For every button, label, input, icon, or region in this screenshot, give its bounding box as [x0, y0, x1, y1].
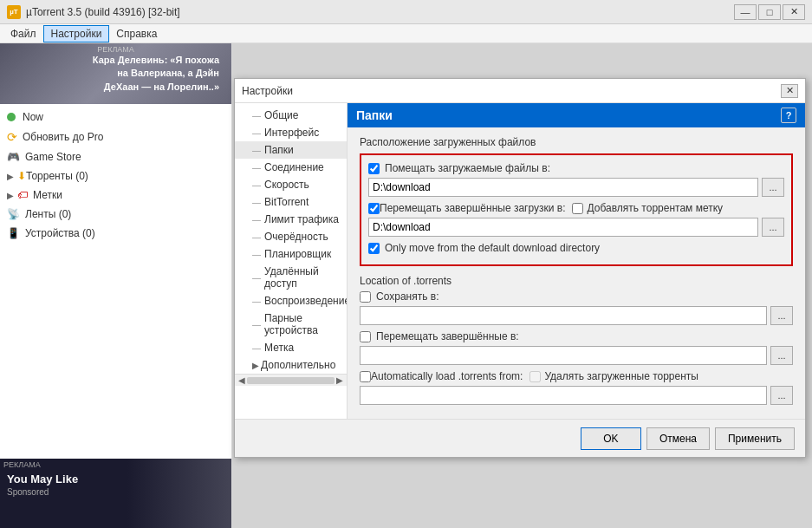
auto-load-label: Automatically load .torrents from:: [371, 370, 523, 382]
sidebar-item-labels[interactable]: ▶ 🏷 Метки: [0, 186, 231, 205]
sidebar-label-devices: Устройства (0): [25, 227, 95, 239]
tree-scrollbar: ◀ ▶: [235, 374, 347, 386]
dialog-body: — Общие — Интерфейс — Папки — Соединение…: [235, 103, 805, 419]
tree-item-speed[interactable]: — Скорость: [235, 176, 347, 193]
tree-item-paired[interactable]: — Парные устройства: [235, 310, 347, 339]
put-files-row: Помещать загружаемые файлы в:: [368, 162, 784, 174]
ad-bottom: РЕКЛАМА Пожаловаться на You May Like Spo…: [0, 459, 231, 528]
auto-load-row: Automatically load .torrents from: Удаля…: [360, 370, 793, 382]
tree-label-metka: Метка: [264, 342, 294, 354]
menu-bar: Файл Настройки Справка: [0, 24, 812, 43]
sidebar-item-torrents[interactable]: ▶ ⬇ Торренты (0): [0, 166, 231, 186]
menu-settings[interactable]: Настройки: [43, 25, 110, 42]
ok-button[interactable]: OK: [581, 427, 641, 450]
dialog-tree: — Общие — Интерфейс — Папки — Соединение…: [235, 103, 348, 419]
store-icon: 🎮: [7, 151, 20, 163]
download-path-input[interactable]: [368, 178, 758, 197]
tree-dash-metka: —: [252, 343, 261, 353]
tree-item-folders[interactable]: — Папки: [235, 141, 347, 159]
move-completed-checkbox[interactable]: [368, 203, 380, 214]
tree-label-connection: Соединение: [264, 161, 324, 173]
delete-loaded-row: Удалять загруженные торренты: [529, 370, 698, 382]
tree-label-remoteaccess: Удалённый доступ: [264, 265, 340, 290]
cancel-button[interactable]: Отмена: [646, 427, 710, 450]
tree-label-playback: Воспроизведение: [264, 295, 348, 307]
only-move-row: Only move from the default download dire…: [368, 242, 784, 254]
close-button[interactable]: ✕: [783, 4, 805, 20]
scroll-right-arrow[interactable]: ▶: [336, 375, 343, 385]
move-completed-torrents-row: Перемещать завершённые в:: [360, 330, 793, 342]
menu-file[interactable]: Файл: [3, 26, 43, 42]
auto-load-browse[interactable]: ...: [770, 386, 793, 405]
move-completed-torrents-checkbox[interactable]: [360, 331, 371, 342]
label-icon: 🏷: [17, 189, 28, 201]
sidebar-item-upgrade[interactable]: ⟳ Обновить до Pro: [0, 127, 231, 147]
save-in-row: Сохранять в:: [360, 290, 793, 303]
maximize-button[interactable]: □: [758, 4, 781, 20]
only-move-checkbox[interactable]: [368, 243, 380, 254]
sidebar-item-now[interactable]: Now: [0, 108, 231, 127]
save-in-label: Сохранять в:: [376, 290, 438, 303]
save-in-checkbox[interactable]: [360, 291, 371, 303]
torrents-location-label: Location of .torrents: [360, 275, 793, 287]
panel-header-title: Папки: [356, 108, 393, 122]
tree-item-trafficlimit[interactable]: — Лимит трафика: [235, 211, 347, 228]
tree-label-interface: Интерфейс: [264, 127, 319, 139]
title-bar-text: µTorrent 3.5 (build 43916) [32-bit]: [26, 6, 180, 18]
completed-path-input[interactable]: [368, 218, 758, 237]
tree-dash-remoteaccess: —: [252, 273, 261, 283]
settings-dialog: Настройки ✕ — Общие — Интерфейс — Папки: [234, 78, 806, 458]
title-bar-controls: — □ ✕: [734, 4, 805, 20]
sidebar-item-feeds[interactable]: 📡 Ленты (0): [0, 205, 231, 224]
sidebar-label-upgrade: Обновить до Pro: [23, 131, 103, 143]
add-label-text: Добавлять торрентам метку: [587, 202, 723, 214]
tree-item-scheduler[interactable]: — Планировщик: [235, 245, 347, 263]
scroll-thumb[interactable]: [247, 377, 335, 384]
tree-label-queue: Очерёдность: [264, 231, 328, 243]
tree-dash-general: —: [252, 111, 261, 121]
tree-item-queue[interactable]: — Очерёдность: [235, 228, 347, 245]
tree-label-scheduler: Планировщик: [264, 248, 331, 260]
sidebar-label-feeds: Ленты (0): [25, 208, 71, 220]
tree-item-general[interactable]: — Общие: [235, 107, 347, 124]
move-completed-torrents-browse[interactable]: ...: [770, 346, 793, 365]
panel-help-button[interactable]: ?: [781, 108, 796, 123]
ad-bottom-label: РЕКЛАМА: [3, 460, 41, 469]
sidebar-item-store[interactable]: 🎮 Game Store: [0, 147, 231, 166]
save-in-browse[interactable]: ...: [770, 306, 793, 325]
auto-load-input[interactable]: [360, 386, 767, 405]
tree-item-playback[interactable]: — Воспроизведение: [235, 292, 347, 310]
dialog-close-button[interactable]: ✕: [781, 84, 798, 98]
auto-load-checkbox[interactable]: [360, 371, 371, 382]
scroll-left-arrow[interactable]: ◀: [238, 375, 245, 385]
tree-item-interface[interactable]: — Интерфейс: [235, 124, 347, 141]
rss-icon: 📡: [7, 208, 20, 220]
tree-item-remoteaccess[interactable]: — Удалённый доступ: [235, 263, 347, 292]
ad-bottom-image: [127, 459, 231, 528]
put-files-checkbox[interactable]: [368, 163, 380, 174]
minimize-button[interactable]: —: [734, 4, 757, 20]
move-completed-torrents-input[interactable]: [360, 346, 767, 365]
tree-item-metka[interactable]: — Метка: [235, 339, 347, 356]
delete-loaded-checkbox[interactable]: [529, 371, 541, 382]
expand-icon-torrents: ▶: [7, 172, 14, 181]
dot-icon: [7, 113, 16, 121]
tree-item-connection[interactable]: — Соединение: [235, 159, 347, 176]
apply-button[interactable]: Применить: [715, 427, 795, 450]
sidebar-item-devices[interactable]: 📱 Устройства (0): [0, 224, 231, 243]
tree-label-general: Общие: [264, 109, 298, 121]
ad-top-label: РЕКЛАМА: [97, 45, 134, 54]
menu-help[interactable]: Справка: [109, 26, 164, 42]
dialog-title-bar: Настройки ✕: [235, 79, 805, 103]
tree-item-additional[interactable]: ▶ Дополнительно: [235, 356, 347, 374]
tree-item-bittorrent[interactable]: — BitTorrent: [235, 193, 347, 211]
ad-banner-top: РЕКЛАМА Кара Делевинь: «Я похожана Валер…: [0, 43, 231, 104]
download-path-browse[interactable]: ...: [762, 178, 784, 197]
add-label-checkbox[interactable]: [572, 203, 583, 214]
auto-load-path-row: ...: [360, 386, 793, 405]
title-bar-left: µT µTorrent 3.5 (build 43916) [32-bit]: [7, 5, 180, 19]
app-window: µT µTorrent 3.5 (build 43916) [32-bit] —…: [0, 0, 812, 528]
save-in-input[interactable]: [360, 306, 767, 325]
delete-loaded-label: Удалять загруженные торренты: [544, 370, 698, 382]
completed-path-browse[interactable]: ...: [762, 218, 784, 237]
